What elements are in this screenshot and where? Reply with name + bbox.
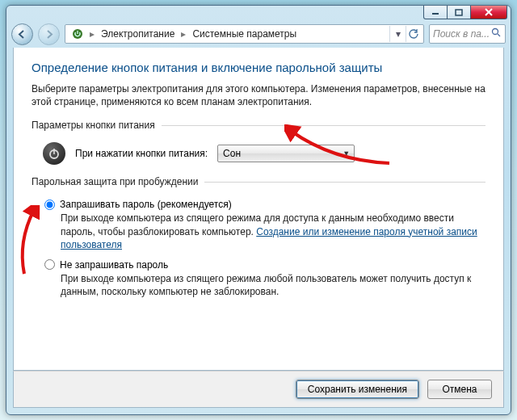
- breadcrumb-system-settings[interactable]: Системные параметры: [187, 25, 301, 43]
- breadcrumb-power-options[interactable]: Электропитание: [96, 25, 179, 43]
- nav-forward-button[interactable]: [38, 23, 60, 45]
- group-password-on-wake: Парольная защита при пробуждении Запраши…: [32, 176, 485, 313]
- group-power-button: Параметры кнопки питания При нажатии кно…: [32, 120, 485, 171]
- radio-require-password-label[interactable]: Запрашивать пароль (рекомендуется): [60, 199, 232, 210]
- svg-rect-0: [432, 13, 439, 15]
- radio-no-password[interactable]: [44, 259, 55, 270]
- group-password-legend: Парольная защита при пробуждении: [32, 176, 204, 187]
- chevron-right-icon: ▸: [179, 28, 187, 40]
- address-bar[interactable]: ▸ Электропитание ▸ Системные параметры ▾: [65, 24, 424, 44]
- chevron-right-icon: ▸: [88, 28, 96, 40]
- svg-rect-1: [456, 10, 462, 15]
- explorer-navbar: ▸ Электропитание ▸ Системные параметры ▾…: [6, 20, 511, 48]
- control-panel-window: ▸ Электропитание ▸ Системные параметры ▾…: [6, 5, 511, 415]
- radio-no-password-label[interactable]: Не запрашивать пароль: [60, 259, 168, 271]
- maximize-button[interactable]: [447, 6, 471, 19]
- close-button[interactable]: [470, 6, 507, 19]
- group-power-button-legend: Параметры кнопки питания: [32, 120, 162, 131]
- cancel-button[interactable]: Отмена: [427, 380, 492, 399]
- save-button[interactable]: Сохранить изменения: [296, 380, 419, 399]
- radio-require-password-desc: При выходе компьютера из спящего режима …: [44, 212, 485, 251]
- breadcrumb-dropdown-button[interactable]: ▾: [389, 26, 406, 42]
- minimize-button[interactable]: [423, 6, 448, 19]
- power-icon: [43, 142, 65, 165]
- search-placeholder: Поиск в па...: [433, 28, 490, 40]
- svg-rect-5: [53, 149, 55, 154]
- page-content: Определение кнопок питания и включение п…: [13, 48, 504, 371]
- window-titlebar: [6, 6, 511, 20]
- nav-back-button[interactable]: [11, 23, 33, 45]
- refresh-button[interactable]: [406, 26, 422, 42]
- search-input[interactable]: Поиск в па...: [429, 24, 506, 44]
- svg-point-3: [493, 29, 498, 35]
- page-heading: Определение кнопок питания и включение п…: [32, 61, 485, 74]
- power-button-action-label: При нажатии кнопки питания:: [75, 148, 208, 159]
- dialog-footer: Сохранить изменения Отмена: [13, 371, 504, 408]
- radio-no-password-desc: При выходе компьютера из спящего режима …: [44, 272, 485, 298]
- power-options-icon: [70, 27, 85, 41]
- page-description: Выберите параметры электропитания для эт…: [32, 82, 485, 108]
- radio-require-password[interactable]: [44, 200, 55, 210]
- power-button-action-select[interactable]: Сон: [217, 145, 355, 162]
- search-icon: [491, 27, 502, 40]
